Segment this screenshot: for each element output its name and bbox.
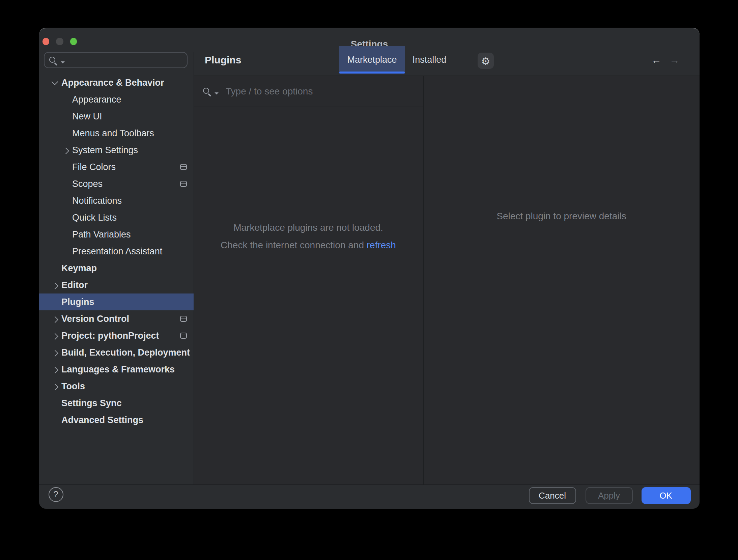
sidebar-item-project-pythonproject[interactable]: Project: pythonProject xyxy=(39,327,193,344)
chevron-right-icon[interactable] xyxy=(49,351,61,355)
help-button[interactable]: ? xyxy=(48,487,63,502)
back-arrow-icon[interactable]: ← xyxy=(651,55,661,65)
project-settings-icon xyxy=(180,333,187,339)
sidebar-item-menus-toolbars[interactable]: Menus and Toolbars xyxy=(39,125,193,142)
tab-marketplace[interactable]: Marketplace xyxy=(339,46,405,73)
sidebar-item-build-execution-deployment[interactable]: Build, Execution, Deployment xyxy=(39,344,193,361)
sidebar-item-settings-sync[interactable]: Settings Sync xyxy=(39,395,193,412)
sidebar-item-system-settings[interactable]: System Settings xyxy=(39,142,193,159)
chevron-right-icon[interactable] xyxy=(49,283,61,287)
ok-button[interactable]: OK xyxy=(641,487,690,504)
empty-message-line1: Marketplace plugins are not loaded. xyxy=(194,218,423,236)
question-mark-icon: ? xyxy=(53,489,58,500)
settings-dialog: Settings Appearance & Behavior Appearanc… xyxy=(39,28,700,509)
sidebar-item-scopes[interactable]: Scopes xyxy=(39,175,193,192)
refresh-link[interactable]: refresh xyxy=(367,239,396,250)
sidebar-item-version-control[interactable]: Version Control xyxy=(39,310,193,327)
chevron-right-icon[interactable] xyxy=(49,334,61,338)
project-settings-icon xyxy=(180,316,187,322)
marketplace-panel: Marketplace plugins are not loaded. Chec… xyxy=(194,76,423,485)
sidebar-item-appearance[interactable]: Appearance xyxy=(39,91,193,108)
settings-tree: Appearance & Behavior Appearance New UI … xyxy=(39,74,193,428)
sidebar-item-new-ui[interactable]: New UI xyxy=(39,108,193,125)
chevron-right-icon[interactable] xyxy=(49,367,61,372)
chevron-right-icon[interactable] xyxy=(49,317,61,321)
plugins-header: Plugins Marketplace Installed ⚙ ← → xyxy=(193,28,700,75)
sidebar-item-appearance-behavior[interactable]: Appearance & Behavior xyxy=(39,74,193,91)
page-title: Plugins xyxy=(205,54,241,65)
screen: Settings Appearance & Behavior Appearanc… xyxy=(0,0,738,560)
sidebar-item-notifications[interactable]: Notifications xyxy=(39,192,193,209)
project-settings-icon xyxy=(180,164,187,170)
sidebar-item-advanced-settings[interactable]: Advanced Settings xyxy=(39,412,193,428)
sidebar-item-quick-lists[interactable]: Quick Lists xyxy=(39,209,193,226)
sidebar-item-tools[interactable]: Tools xyxy=(39,378,193,395)
search-icon xyxy=(203,87,211,96)
settings-search-input[interactable] xyxy=(64,54,187,66)
settings-sidebar: Appearance & Behavior Appearance New UI … xyxy=(39,52,193,485)
project-settings-icon xyxy=(180,181,187,187)
dialog-footer: ? Cancel Apply OK xyxy=(39,484,700,509)
sidebar-item-path-variables[interactable]: Path Variables xyxy=(39,226,193,243)
search-icon xyxy=(49,55,58,65)
sidebar-item-plugins[interactable]: Plugins xyxy=(39,293,193,310)
chevron-down-icon[interactable] xyxy=(49,81,61,85)
sidebar-item-file-colors[interactable]: File Colors xyxy=(39,159,193,175)
plugin-search-input[interactable] xyxy=(224,85,423,97)
preview-placeholder: Select plugin to preview details xyxy=(423,207,700,224)
sidebar-item-presentation-assistant[interactable]: Presentation Assistant xyxy=(39,243,193,260)
sidebar-item-languages-frameworks[interactable]: Languages & Frameworks xyxy=(39,361,193,378)
apply-button[interactable]: Apply xyxy=(585,487,633,504)
search-options-chevron-icon[interactable] xyxy=(60,61,64,63)
plugin-search-box[interactable] xyxy=(194,76,423,107)
plugin-preview-panel: Select plugin to preview details xyxy=(423,76,700,485)
cancel-button[interactable]: Cancel xyxy=(529,487,576,504)
sidebar-item-editor[interactable]: Editor xyxy=(39,277,193,293)
forward-arrow-icon: → xyxy=(670,55,680,65)
empty-message-line2: Check the internet connection and refres… xyxy=(194,236,423,253)
settings-search-box[interactable] xyxy=(44,52,187,68)
sidebar-item-keymap[interactable]: Keymap xyxy=(39,260,193,277)
search-options-chevron-icon[interactable] xyxy=(214,93,218,95)
chevron-right-icon[interactable] xyxy=(59,148,72,152)
chevron-right-icon[interactable] xyxy=(49,384,61,389)
gear-icon[interactable]: ⚙ xyxy=(478,53,494,69)
marketplace-empty-message: Marketplace plugins are not loaded. Chec… xyxy=(194,218,423,253)
tab-installed[interactable]: Installed xyxy=(407,46,452,73)
